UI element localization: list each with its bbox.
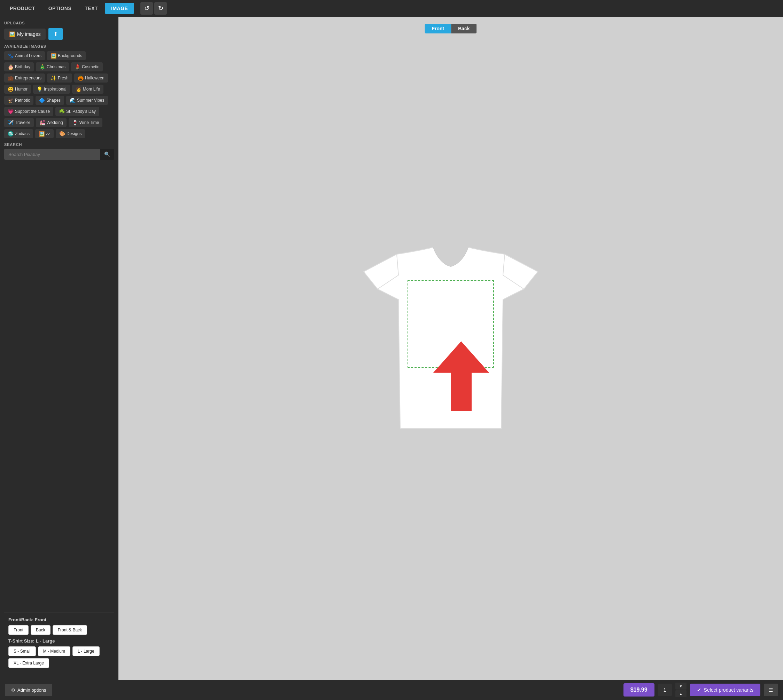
- tag-icon-shapes: 🔷: [39, 98, 45, 103]
- tab-image[interactable]: IMAGE: [105, 3, 134, 14]
- tag-icon-zz: 🖼️: [39, 131, 45, 137]
- tshirt-container: [343, 227, 559, 470]
- tag-icon-traveler: ✈️: [8, 120, 13, 125]
- front-button[interactable]: Front: [8, 625, 28, 635]
- tag-icon-designs: 🎨: [59, 131, 65, 137]
- tag-fresh[interactable]: ✨Fresh: [47, 73, 72, 83]
- tag-shapes[interactable]: 🔷Shapes: [35, 96, 64, 105]
- tag-icon-paddys: ☘️: [59, 109, 65, 114]
- tag-st-paddys[interactable]: ☘️St. Paddy's Day: [55, 107, 99, 116]
- tag-icon-cosmetic: 💄: [75, 64, 80, 70]
- tag-mom-life[interactable]: 👩Mom Life: [72, 85, 103, 94]
- select-variants-button[interactable]: ✔ Select product variants: [690, 683, 760, 696]
- tag-cosmetic[interactable]: 💄Cosmetic: [71, 62, 103, 72]
- tag-entrepreneurs[interactable]: 💼Entrepreneurs: [4, 73, 45, 83]
- bottom-options: Front/Back: Front Front Back Front & Bac…: [4, 613, 114, 676]
- tag-backgrounds[interactable]: 🖼️Backgrounds: [47, 51, 86, 60]
- uploads-row: 🖼️ My images ⬆: [4, 28, 114, 40]
- frontback-buttons: Front Back Front & Back: [8, 625, 110, 635]
- canvas-area: Front Back: [118, 17, 783, 680]
- front-back-tabs: Front Back: [425, 24, 476, 33]
- tag-inspirational[interactable]: 💡Inspirational: [33, 85, 70, 94]
- arrow-overlay: [433, 341, 489, 411]
- select-variants-label: Select product variants: [704, 687, 753, 693]
- size-xlarge-button[interactable]: XL - Extra Large: [8, 658, 49, 668]
- front-tab[interactable]: Front: [425, 24, 451, 33]
- search-row: 🔍: [4, 149, 114, 160]
- search-icon: 🔍: [104, 152, 110, 157]
- tag-icon-mom-life: 👩: [76, 87, 82, 92]
- top-navigation: PRODUCT OPTIONS TEXT IMAGE ↺ ↻: [0, 0, 783, 17]
- bottom-bar: ⚙ Admin options $19.99 1 ▼ ▲ ✔ Select pr…: [0, 680, 783, 700]
- tag-icon-animal: 🐾: [8, 53, 13, 58]
- tag-icon-wedding: 💒: [39, 120, 45, 125]
- undo-button[interactable]: ↺: [140, 2, 153, 15]
- tag-christmas[interactable]: 🎄Christmas: [36, 62, 69, 72]
- quantity-down-button[interactable]: ▼: [675, 683, 686, 690]
- tag-icon-patriotic: 🦅: [8, 98, 13, 103]
- search-button[interactable]: 🔍: [100, 149, 114, 160]
- upload-icon: ⬆: [53, 31, 58, 37]
- gear-icon: ⚙: [11, 687, 15, 693]
- quantity-arrows: ▼ ▲: [675, 683, 686, 697]
- tag-icon-support: 💗: [8, 109, 13, 114]
- tag-icon-zodiacs: ♏: [8, 131, 13, 137]
- upload-button[interactable]: ⬆: [48, 28, 63, 40]
- frontback-label: Front/Back: Front: [8, 617, 110, 622]
- image-icon: 🖼️: [9, 31, 15, 37]
- my-images-button[interactable]: 🖼️ My images: [4, 28, 46, 40]
- tag-designs[interactable]: 🎨Designs: [56, 129, 85, 138]
- checkmark-icon: ✔: [697, 687, 701, 693]
- front-back-button[interactable]: Front & Back: [53, 625, 87, 635]
- svg-marker-0: [433, 341, 489, 411]
- tab-text[interactable]: TEXT: [78, 3, 104, 14]
- image-tags-container: 🐾Animal Lovers 🖼️Backgrounds 🎂Birthday 🎄…: [4, 51, 114, 138]
- size-medium-button[interactable]: M - Medium: [38, 647, 70, 656]
- tag-icon-backgrounds: 🖼️: [50, 53, 57, 58]
- hamburger-icon: ☰: [769, 687, 773, 693]
- tag-wine-time[interactable]: 🍷Wine Time: [68, 118, 103, 127]
- tab-options[interactable]: OPTIONS: [42, 3, 78, 14]
- search-label: SEARCH: [4, 142, 114, 147]
- tag-animal-lovers[interactable]: 🐾Animal Lovers: [4, 51, 45, 60]
- admin-label: Admin options: [17, 687, 46, 693]
- back-tab[interactable]: Back: [451, 24, 476, 33]
- tag-summer-vibes[interactable]: 🌊Summer Vibes: [66, 96, 108, 105]
- search-section: SEARCH 🔍: [4, 142, 114, 160]
- uploads-label: UPLOADS: [4, 21, 114, 25]
- tag-icon-summer: 🌊: [70, 98, 76, 103]
- tag-birthday[interactable]: 🎂Birthday: [4, 62, 34, 72]
- tag-icon-inspirational: 💡: [37, 87, 42, 92]
- price-display: $19.99: [623, 683, 655, 697]
- search-input[interactable]: [4, 149, 100, 160]
- tag-icon-humor: 😄: [8, 87, 13, 92]
- tab-product[interactable]: PRODUCT: [3, 3, 42, 14]
- tag-halloween[interactable]: 🎃Halloween: [74, 73, 108, 83]
- tag-support-cause[interactable]: 💗Support the Cause: [4, 107, 53, 116]
- back-button[interactable]: Back: [31, 625, 50, 635]
- size-small-button[interactable]: S - Small: [8, 647, 36, 656]
- tag-icon-halloween: 🎃: [78, 75, 83, 81]
- tag-humor[interactable]: 😄Humor: [4, 85, 31, 94]
- tag-zodiacs[interactable]: ♏Zodiacs: [4, 129, 33, 138]
- tag-icon-wine: 🍷: [72, 120, 78, 125]
- size-label: T-Shirt Size: L - Large: [8, 638, 110, 643]
- size-large-button[interactable]: L - Large: [72, 647, 100, 656]
- admin-options-button[interactable]: ⚙ Admin options: [5, 684, 52, 696]
- quantity-display: 1: [658, 683, 672, 696]
- main-area: UPLOADS 🖼️ My images ⬆ AVAILABLE IMAGES …: [0, 17, 783, 680]
- my-images-label: My images: [17, 31, 41, 37]
- tag-zz[interactable]: 🖼️zz: [35, 129, 53, 138]
- redo-button[interactable]: ↻: [154, 2, 167, 15]
- tag-patriotic[interactable]: 🦅Patriotic: [4, 96, 33, 105]
- size-buttons: S - Small M - Medium L - Large XL - Extr…: [8, 647, 110, 668]
- tag-traveler[interactable]: ✈️Traveler: [4, 118, 34, 127]
- tag-icon-christmas: 🎄: [39, 64, 45, 70]
- tag-icon-fresh: ✨: [50, 75, 57, 81]
- tag-icon-entrepreneurs: 💼: [8, 75, 13, 81]
- available-images-label: AVAILABLE IMAGES: [4, 44, 114, 48]
- quantity-up-button[interactable]: ▲: [675, 690, 686, 697]
- tag-wedding[interactable]: 💒Wedding: [36, 118, 67, 127]
- hamburger-menu-button[interactable]: ☰: [764, 683, 778, 696]
- tag-icon-birthday: 🎂: [8, 64, 13, 70]
